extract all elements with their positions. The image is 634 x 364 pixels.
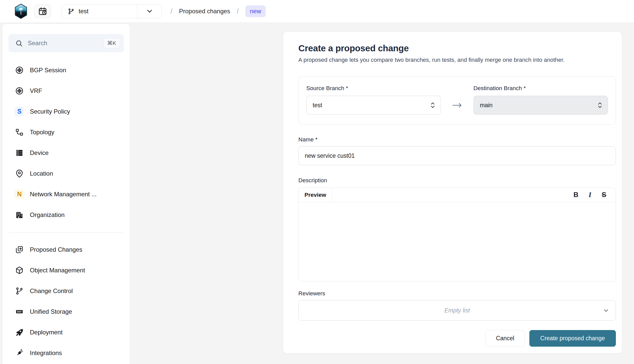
rocket-icon [15,327,24,337]
name-input[interactable] [298,146,616,165]
description-label: Description [298,177,616,184]
breadcrumb: / Proposed changes / new [170,5,266,17]
sidebar-item-bgp-session[interactable]: BGP Session [2,60,130,80]
file-diff-icon [15,245,24,254]
security-policy-letter-icon: S [15,107,24,116]
sidebar-item-network-management[interactable]: N Network Management ... [2,184,130,204]
page-subtitle: A proposed change lets you compare two b… [298,56,616,64]
sidebar-item-label: BGP Session [30,67,66,74]
source-branch-value: test [313,102,322,109]
source-branch-select[interactable]: test [306,96,441,115]
breadcrumb-separator: / [170,7,173,15]
chevron-up-down-icon [597,101,603,109]
git-branch-icon [68,8,75,15]
plug-icon [15,348,24,358]
infrahub-logo-icon[interactable] [14,4,28,19]
destination-branch-select: main [473,96,608,115]
sidebar-menu-workflow: Proposed Changes Object Management Chang… [2,239,130,363]
sidebar-item-topology[interactable]: Topology [2,122,130,142]
sidebar-item-device[interactable]: Device [2,142,130,163]
sidebar-item-security-policy[interactable]: S Security Policy [2,101,130,122]
reviewers-empty-placeholder: Empty list [444,307,470,314]
reviewers-select[interactable]: Empty list [298,300,616,321]
search-label: Search [28,40,99,47]
toolbar-padding [611,188,616,202]
italic-button[interactable]: I [583,188,597,202]
branch-selector-value: test [79,8,89,15]
sidebar-item-unified-storage[interactable]: Unified Storage [2,301,130,322]
calendar-clock-icon [38,7,47,16]
branch-selector-current: test [62,4,137,18]
topbar: test / Proposed changes / new [0,0,634,23]
sidebar-item-vrf[interactable]: VRF [2,80,130,101]
chevron-up-down-icon [430,101,435,109]
sidebar-item-label: Deployment [30,329,63,336]
strikethrough-button[interactable]: S [597,188,611,202]
cancel-button[interactable]: Cancel [485,330,525,347]
sidebar-item-label: Object Management [30,267,85,274]
description-input[interactable] [299,202,616,281]
tab-preview[interactable]: Preview [299,188,332,202]
source-branch-field: Source Branch * test [306,85,441,115]
name-label: Name * [298,136,616,143]
building-icon [15,210,24,220]
sidebar-item-label: Security Policy [30,108,70,115]
source-branch-label: Source Branch * [306,85,441,92]
description-editor-toolbar: Preview B I S [299,188,616,202]
form-actions: Cancel Create proposed change [298,330,616,347]
chevron-down-icon [603,307,609,314]
toolbar-spacer [332,188,569,202]
destination-branch-label: Destination Branch * [473,85,608,92]
sidebar-item-change-control[interactable]: Change Control [2,281,130,301]
sidebar-item-location[interactable]: Location [2,163,130,184]
branch-selector[interactable]: test [61,4,162,18]
network-management-letter-icon: N [15,189,24,199]
sidebar-item-proposed-changes[interactable]: Proposed Changes [2,239,130,260]
time-travel-button[interactable] [34,4,51,18]
sidebar-item-object-management[interactable]: Object Management [2,260,130,281]
git-branch-icon [15,286,24,296]
sidebar-item-label: Network Management ... [30,191,96,198]
sidebar-divider [8,232,124,233]
sidebar-item-organization[interactable]: Organization [2,204,130,225]
sidebar-menu-objects: BGP Session VRF S Security Policy [2,60,130,225]
page-title: Create a proposed change [298,43,616,54]
sidebar-item-label: Device [30,149,48,156]
sidebar-item-label: Unified Storage [30,308,72,315]
sidebar-item-label: Topology [30,129,54,136]
arrow-right-icon [441,96,473,115]
topology-icon [15,127,24,137]
sidebar: Search ⌘K BGP Session VRF S Secu [2,23,130,364]
destination-branch-value: main [480,102,493,109]
chevron-down-icon [146,7,153,15]
sidebar-item-label: Proposed Changes [30,246,82,253]
sidebar-item-label: VRF [30,87,42,94]
create-proposed-change-card: Create a proposed change A proposed chan… [283,31,622,354]
destination-branch-field: Destination Branch * main [473,85,608,115]
search-button[interactable]: Search ⌘K [8,34,124,52]
branch-selection-box: Source Branch * test Destination Branch … [298,76,616,125]
sidebar-item-label: Location [30,170,53,177]
server-icon [15,148,24,158]
map-pin-icon [15,169,24,178]
breadcrumb-new-badge[interactable]: new [245,5,266,17]
search-shortcut: ⌘K [104,38,120,48]
breadcrumb-separator: / [237,7,239,15]
sidebar-item-integrations[interactable]: Integrations [2,343,130,363]
search-icon [15,40,23,47]
breadcrumb-proposed-changes[interactable]: Proposed changes [179,8,230,15]
router-icon [15,86,24,96]
create-proposed-change-button[interactable]: Create proposed change [529,330,616,347]
sidebar-item-label: Organization [30,211,65,219]
sidebar-item-label: Change Control [30,287,73,295]
cube-icon [15,265,24,275]
sidebar-item-deployment[interactable]: Deployment [2,322,130,343]
storage-icon [15,307,24,317]
description-editor: Preview B I S [298,188,616,282]
sidebar-item-label: Integrations [30,349,62,357]
branch-selector-dropdown-toggle[interactable] [137,4,162,18]
reviewers-label: Reviewers [298,290,616,297]
bold-button[interactable]: B [569,188,583,202]
router-icon [15,65,24,75]
